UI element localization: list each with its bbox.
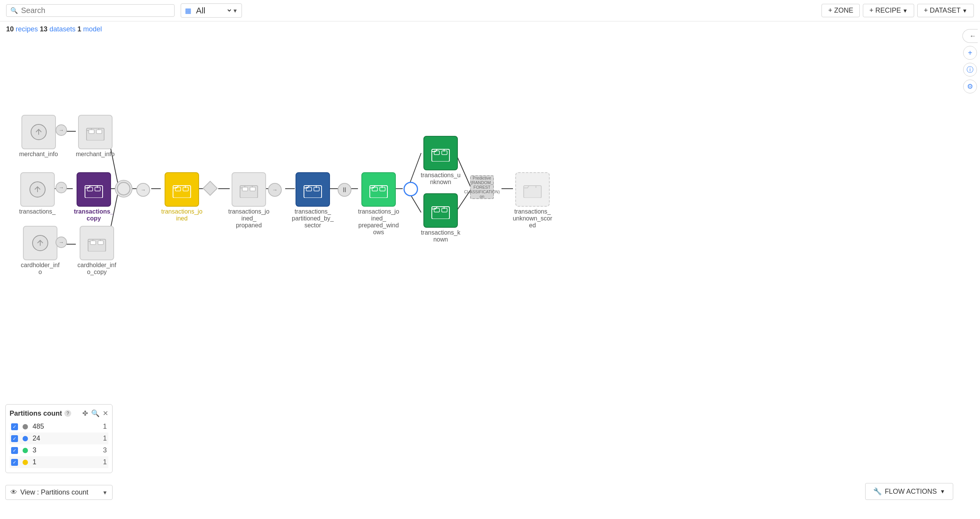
legend-check-2[interactable]: ✓ [11,447,18,454]
svg-rect-38 [250,187,255,191]
merchant-info-upload-box[interactable] [21,115,56,149]
svg-rect-26 [89,130,94,134]
transactions-joined-node[interactable]: transactions_joined [161,172,203,222]
transactions-joined-prepared-label: transactions_joined_propaned [228,208,270,229]
transactions-windows-label: transactions_joined_prepared_windows [358,208,400,236]
filter-chevron-icon: ▼ [232,8,238,14]
transactions-known-node[interactable]: transactions_known [420,193,462,243]
datasets-link[interactable]: datasets [49,25,77,33]
svg-rect-27 [96,130,102,134]
legend-dot-1 [23,436,28,441]
transactions-upload-node[interactable]: transactions_ [19,172,56,215]
recipe3-arrow[interactable]: → [268,183,282,197]
transactions-joined-prepared-node[interactable]: transactions_joined_propaned [228,172,270,229]
transactions-partitioned-node[interactable]: transactions_partitioned_by_sector [292,172,334,229]
transactions-known-box[interactable] [423,193,458,228]
split-circle-node[interactable] [403,182,418,196]
recipe4-node[interactable]: ⏸ [338,183,351,197]
transactions-scored-box[interactable] [515,172,550,207]
model-link[interactable]: model [83,25,102,33]
settings-button[interactable]: ⚙ [963,80,977,93]
recipe5-node[interactable]: Predictive (RANDOM_FORESTCLASSIFICATION)… [470,175,494,199]
recipe2-node[interactable] [205,183,216,194]
cardholder-arrow-connector: → [56,237,67,248]
wrench-icon: 🔧 [873,487,882,496]
merchant-arrow-connector: → [56,124,67,136]
transactions-known-label: transactions_known [420,229,462,243]
transactions-unknown-node[interactable]: transactions_unknown [420,136,462,186]
recipe3-node[interactable]: → [268,183,282,197]
legend-check-0[interactable]: ✓ [11,423,18,430]
legend-value-0: 485 [33,423,44,431]
legend-count-2: 3 [103,446,107,454]
transactions-upload-box[interactable] [20,172,55,207]
join-connector [117,182,131,196]
merchant-info-upload-node[interactable]: merchant_info [19,115,58,158]
legend-close-icon[interactable]: ✕ [103,409,108,418]
dataset-button[interactable]: + DATASET ▼ [917,4,974,17]
search-container: 🔍 [6,4,175,17]
recipes-link[interactable]: recipes [16,25,40,33]
legend-row-0: ✓ 485 1 [10,421,108,432]
recipe-button[interactable]: + RECIPE ▼ [863,4,914,17]
filter-container: ▦ All ▼ [181,3,242,18]
cardholder-upload-label: cardholder_info [19,262,61,276]
transactions-copy-box[interactable] [77,172,111,207]
filter-select[interactable]: All [194,5,232,16]
zone-button[interactable]: + ZONE [822,4,860,17]
legend-count-0: 1 [103,423,107,431]
transactions-windows-box[interactable] [361,172,396,207]
transactions-scored-label: transactions_unknown_scored [511,208,554,229]
legend-value-1: 24 [33,434,40,442]
svg-rect-56 [98,241,103,245]
cardholder-copy-box[interactable] [80,226,114,260]
legend-search-icon[interactable]: 🔍 [91,409,100,418]
connections-svg [0,38,960,519]
toolbar: 🔍 ▦ All ▼ + ZONE + RECIPE ▼ + DATASET ▼ [0,0,980,21]
canvas: merchant_info → merchant_info transactio… [0,38,960,519]
transactions-windows-node[interactable]: transactions_joined_prepared_windows [358,172,400,236]
split-circle[interactable] [403,182,418,196]
transactions-scored-node[interactable]: transactions_unknown_scored [511,172,554,229]
legend-controls: ✤ 🔍 ✕ [82,409,108,418]
legend-row-1: ✓ 24 1 [10,432,108,444]
recipe4-pause[interactable]: ⏸ [338,183,351,197]
back-button[interactable]: ← [962,29,978,43]
cardholder-upload-node[interactable]: cardholder_info [19,226,61,276]
transactions-joined-box[interactable] [165,172,199,207]
recipe2-diamond[interactable] [203,181,218,196]
merchant-info-copy-box[interactable] [78,115,113,149]
legend-row-2: ✓ 3 3 [10,444,108,456]
transactions-partitioned-box[interactable] [296,172,330,207]
zoom-in-button[interactable]: + [963,46,977,60]
legend-value-2: 3 [33,446,36,454]
flow-actions-chevron-icon: ▼ [940,488,945,495]
view-chevron-icon: ▼ [102,490,108,496]
cardholder-copy-node[interactable]: cardholder_info_copy [76,226,118,276]
legend-title: Partitions count [10,410,62,418]
info-button[interactable]: ⓘ [963,63,977,77]
transactions-arrow: → [56,182,67,193]
view-selector-container: 👁 View : Partitions count ▼ [5,485,113,500]
legend-expand-icon[interactable]: ✤ [82,409,88,418]
right-controls: ← + ⓘ ⚙ [960,23,980,93]
transactions-joined-prepared-box[interactable] [232,172,266,207]
legend-help-icon[interactable]: ? [64,410,71,417]
merchant-info-copy-node[interactable]: merchant_info [76,115,114,158]
view-selector[interactable]: 👁 View : Partitions count ▼ [5,485,113,500]
recipes-count: 10 [6,25,14,33]
recipe-dropdown-icon: ▼ [902,8,908,14]
legend-check-1[interactable]: ✓ [11,435,18,442]
join-circle [117,182,131,196]
predictive-recipe-box[interactable]: Predictive (RANDOM_FORESTCLASSIFICATION)… [470,175,494,199]
cardholder-upload-box[interactable] [23,226,57,260]
flow-actions-button[interactable]: 🔧 FLOW ACTIONS ▼ [865,483,953,500]
transactions-copy-node[interactable]: transactions_copy [73,172,115,222]
cardholder-arrow: → [56,237,67,248]
recipe1-arrow[interactable]: → [136,183,150,197]
legend-check-3[interactable]: ✓ [11,459,18,466]
transactions-upload-label: transactions_ [19,208,56,215]
recipe1-node[interactable]: → [136,183,150,197]
search-input[interactable] [21,6,170,15]
transactions-unknown-box[interactable] [423,136,458,170]
